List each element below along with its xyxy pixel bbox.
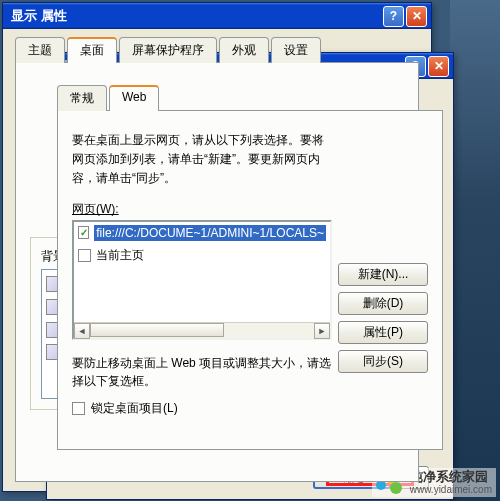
tab-web[interactable]: Web — [109, 85, 159, 111]
webpages-listbox[interactable]: ✓ file:///C:/DOCUME~1/ADMINI~1/LOCALS~ 当… — [72, 220, 332, 340]
watermark-url: www.yidaimei.com — [410, 484, 492, 495]
child-tabs: 常规 Web — [57, 85, 443, 111]
scroll-right-icon[interactable]: ► — [314, 323, 330, 339]
webpages-label: 网页(W): — [72, 201, 332, 218]
lock-label: 锁定桌面项目(L) — [91, 400, 178, 417]
desktop-items-window: 桌面项目 ? ✕ 常规 Web 要在桌面上显示网页，请从以下列表选择。要将网页添… — [46, 52, 454, 500]
tab-settings[interactable]: 设置 — [271, 37, 321, 63]
properties-button[interactable]: 属性(P) — [338, 321, 428, 344]
checkbox-icon[interactable]: ✓ — [78, 226, 89, 239]
list-item[interactable]: ✓ file:///C:/DOCUME~1/ADMINI~1/LOCALS~ — [74, 222, 330, 244]
tab-general[interactable]: 常规 — [57, 85, 107, 111]
list-item[interactable]: 当前主页 — [74, 244, 330, 267]
sync-button[interactable]: 同步(S) — [338, 350, 428, 373]
scroll-left-icon[interactable]: ◄ — [74, 323, 90, 339]
instruction-text: 要在桌面上显示网页，请从以下列表选择。要将网页添加到列表，请单击“新建”。要更新… — [72, 131, 332, 189]
parent-tabs: 主题 桌面 屏幕保护程序 外观 设置 — [15, 37, 419, 63]
tab-screensaver[interactable]: 屏幕保护程序 — [119, 37, 217, 63]
new-button[interactable]: 新建(N)... — [338, 263, 428, 286]
lock-desktop-items[interactable]: 锁定桌面项目(L) — [72, 400, 332, 417]
watermark-title: 纯净系统家园 — [410, 470, 492, 484]
horizontal-scrollbar[interactable]: ◄ ► — [74, 322, 330, 338]
help-icon[interactable]: ? — [383, 6, 404, 27]
tab-desktop[interactable]: 桌面 — [67, 37, 117, 63]
close-icon[interactable]: ✕ — [406, 6, 427, 27]
close-icon[interactable]: ✕ — [428, 56, 449, 77]
checkbox-icon[interactable] — [78, 249, 91, 262]
parent-titlebar[interactable]: 显示 属性 ? ✕ — [3, 3, 431, 29]
tab-appearance[interactable]: 外观 — [219, 37, 269, 63]
parent-title: 显示 属性 — [11, 7, 381, 25]
delete-button[interactable]: 删除(D) — [338, 292, 428, 315]
checkbox-icon[interactable] — [72, 402, 85, 415]
lock-note: 要防止移动桌面上 Web 项目或调整其大小，请选择以下复选框。 — [72, 354, 332, 390]
tab-theme[interactable]: 主题 — [15, 37, 65, 63]
